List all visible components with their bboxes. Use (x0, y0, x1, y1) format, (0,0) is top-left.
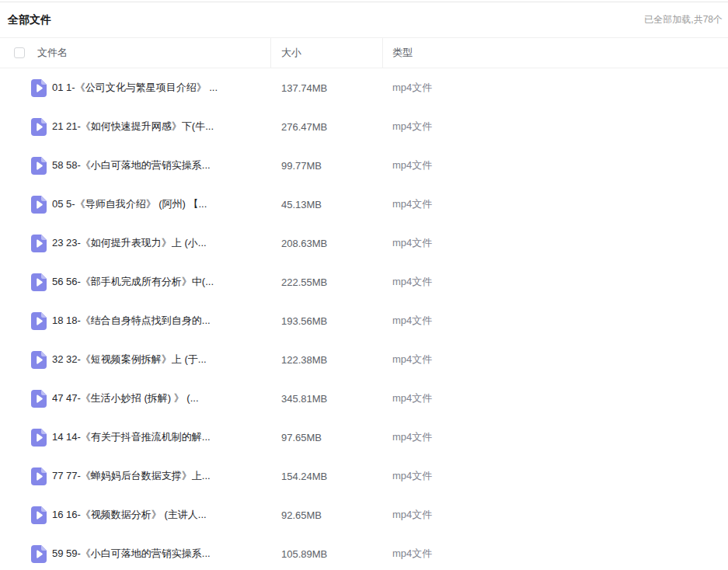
table-header: 文件名 大小 类型 (0, 37, 728, 68)
table-row[interactable]: 59 59-《小白可落地的营销实操系... 105.89MB mp4文件 (0, 534, 728, 570)
file-list: 01 1-《公司文化与繁星项目介绍》 ... 137.74MB mp4文件 21… (0, 68, 728, 570)
file-size: 208.63MB (270, 238, 382, 249)
file-name[interactable]: 59 59-《小白可落地的营销实操系... (52, 547, 211, 561)
file-manager-panel: 全部文件 已全部加载,共78个 文件名 大小 类型 01 1-《公司文化与繁星项… (0, 2, 728, 570)
table-row[interactable]: 77 77-《蝉妈妈后台数据支撑》上... 154.24MB mp4文件 (0, 457, 728, 495)
file-name-cell: 01 1-《公司文化与繁星项目介绍》 ... (0, 79, 270, 97)
file-type: mp4文件 (382, 236, 728, 250)
video-file-icon (31, 118, 47, 136)
file-name[interactable]: 21 21-《如何快速提升网感》下(牛... (52, 120, 214, 134)
video-file-icon (31, 235, 47, 252)
video-file-icon (31, 429, 47, 447)
video-file-icon (31, 390, 47, 408)
file-type: mp4文件 (382, 314, 728, 328)
file-name[interactable]: 18 18-《结合自身特点找到自身的... (52, 314, 211, 328)
file-type: mp4文件 (382, 547, 728, 561)
file-name-cell: 59 59-《小白可落地的营销实操系... (0, 545, 270, 563)
file-name-cell: 05 5-《导师自我介绍》 (阿州) 【... (0, 196, 270, 214)
file-type: mp4文件 (382, 197, 728, 211)
file-name[interactable]: 77 77-《蝉妈妈后台数据支撑》上... (52, 469, 211, 483)
file-size: 137.74MB (270, 82, 382, 94)
file-name-cell: 21 21-《如何快速提升网感》下(牛... (0, 118, 270, 136)
file-type: mp4文件 (382, 275, 728, 289)
file-type: mp4文件 (382, 81, 728, 95)
load-status: 已全部加载,共78个 (644, 13, 723, 26)
file-name-cell: 14 14-《有关于抖音推流机制的解... (0, 429, 270, 447)
file-size: 222.55MB (270, 276, 382, 288)
video-file-icon (31, 545, 47, 563)
file-name-cell: 16 16-《视频数据分析》 (主讲人... (0, 506, 270, 524)
file-name-cell: 47 47-《生活小妙招 (拆解) 》 (... (0, 390, 270, 408)
table-row[interactable]: 21 21-《如何快速提升网感》下(牛... 276.47MB mp4文件 (0, 107, 728, 146)
table-row[interactable]: 56 56-《部手机完成所有分析》中(... 222.55MB mp4文件 (0, 262, 728, 301)
video-file-icon (31, 196, 47, 214)
table-row[interactable]: 18 18-《结合自身特点找到自身的... 193.56MB mp4文件 (0, 301, 728, 340)
file-size: 154.24MB (270, 471, 382, 482)
video-file-icon (31, 79, 47, 97)
file-name[interactable]: 56 56-《部手机完成所有分析》中(... (52, 275, 214, 289)
file-size: 276.47MB (270, 121, 382, 133)
file-size: 92.65MB (270, 509, 382, 521)
file-name[interactable]: 01 1-《公司文化与繁星项目介绍》 ... (52, 81, 218, 95)
file-type: mp4文件 (382, 158, 728, 172)
file-name[interactable]: 32 32-《短视频案例拆解》上 (于... (52, 353, 207, 367)
table-row[interactable]: 05 5-《导师自我介绍》 (阿州) 【... 45.13MB mp4文件 (0, 185, 728, 224)
file-name[interactable]: 16 16-《视频数据分析》 (主讲人... (52, 508, 207, 522)
file-name-cell: 18 18-《结合自身特点找到自身的... (0, 312, 270, 330)
file-name-cell: 23 23-《如何提升表现力》上 (小... (0, 235, 270, 252)
file-size: 99.77MB (270, 160, 382, 172)
file-name[interactable]: 47 47-《生活小妙招 (拆解) 》 (... (52, 391, 199, 405)
file-name[interactable]: 14 14-《有关于抖音推流机制的解... (52, 430, 211, 444)
file-size: 122.38MB (270, 354, 382, 366)
table-row[interactable]: 16 16-《视频数据分析》 (主讲人... 92.65MB mp4文件 (0, 495, 728, 534)
video-file-icon (31, 467, 47, 485)
file-type: mp4文件 (382, 469, 728, 483)
file-name-cell: 77 77-《蝉妈妈后台数据支撑》上... (0, 467, 270, 485)
video-file-icon (31, 312, 47, 330)
file-name-cell: 32 32-《短视频案例拆解》上 (于... (0, 351, 270, 369)
video-file-icon (31, 506, 47, 524)
column-header-size: 大小 (270, 38, 382, 68)
table-row[interactable]: 14 14-《有关于抖音推流机制的解... 97.65MB mp4文件 (0, 418, 728, 457)
file-name-cell: 58 58-《小白可落地的营销实操系... (0, 157, 270, 175)
title-bar: 全部文件 已全部加载,共78个 (0, 2, 728, 37)
table-row[interactable]: 32 32-《短视频案例拆解》上 (于... 122.38MB mp4文件 (0, 340, 728, 379)
page-title: 全部文件 (8, 13, 51, 27)
select-all-checkbox[interactable] (14, 47, 25, 58)
file-size: 105.89MB (270, 548, 382, 560)
column-header-type: 类型 (382, 38, 728, 68)
file-type: mp4文件 (382, 120, 728, 134)
file-name[interactable]: 23 23-《如何提升表现力》上 (小... (52, 236, 207, 250)
file-size: 345.81MB (270, 393, 382, 405)
file-type: mp4文件 (382, 430, 728, 444)
column-header-name-cell: 文件名 (0, 38, 270, 68)
table-row[interactable]: 23 23-《如何提升表现力》上 (小... 208.63MB mp4文件 (0, 224, 728, 262)
file-size: 97.65MB (270, 432, 382, 443)
column-header-name: 文件名 (37, 46, 68, 60)
video-file-icon (31, 157, 47, 175)
file-type: mp4文件 (382, 353, 728, 367)
video-file-icon (31, 273, 47, 291)
file-type: mp4文件 (382, 508, 728, 522)
file-name-cell: 56 56-《部手机完成所有分析》中(... (0, 273, 270, 291)
file-size: 193.56MB (270, 315, 382, 327)
table-row[interactable]: 47 47-《生活小妙招 (拆解) 》 (... 345.81MB mp4文件 (0, 379, 728, 418)
table-row[interactable]: 58 58-《小白可落地的营销实操系... 99.77MB mp4文件 (0, 146, 728, 185)
file-name[interactable]: 58 58-《小白可落地的营销实操系... (52, 158, 211, 172)
file-type: mp4文件 (382, 391, 728, 405)
file-size: 45.13MB (270, 199, 382, 210)
file-name[interactable]: 05 5-《导师自我介绍》 (阿州) 【... (52, 197, 207, 211)
table-row[interactable]: 01 1-《公司文化与繁星项目介绍》 ... 137.74MB mp4文件 (0, 68, 728, 107)
video-file-icon (31, 351, 47, 369)
